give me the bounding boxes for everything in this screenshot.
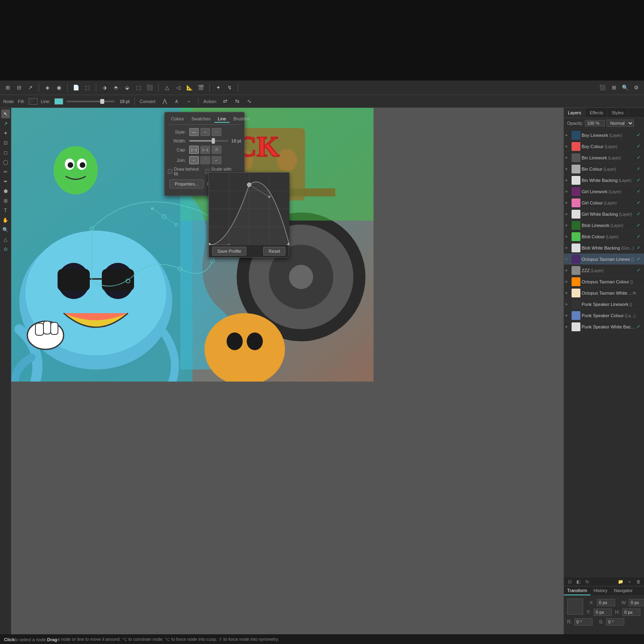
layer-item[interactable]: ▶Girl White Backing (Layer)✓ <box>564 208 644 220</box>
tool-transform[interactable]: ✦ <box>1 129 10 138</box>
share-icon[interactable]: ↗ <box>26 83 35 92</box>
align4-icon[interactable]: ⬚ <box>134 83 143 92</box>
b-tab-transform[interactable]: Transform <box>564 586 590 595</box>
layer-expand-icon[interactable]: ▶ <box>566 268 570 272</box>
layer-visibility-icon[interactable]: ✓ <box>637 166 642 171</box>
layer-visibility-icon[interactable]: ✓ <box>637 234 642 239</box>
layers-group-btn[interactable]: ⊡ <box>566 578 574 585</box>
convert-btn2[interactable]: ∧ <box>172 97 181 106</box>
tool-text[interactable]: T <box>1 206 10 215</box>
layer-item[interactable]: ▶Bin White Backing (Layer)✓ <box>564 175 644 186</box>
prefs-icon[interactable]: ⚙ <box>632 83 641 92</box>
export-icon[interactable]: 📄 <box>72 83 80 92</box>
style-dot-btn[interactable]: ⋯ <box>212 128 221 136</box>
line-color-preview[interactable] <box>54 98 63 105</box>
convert-btn1[interactable]: ⋀ <box>160 97 169 106</box>
join-bevel-btn[interactable]: ⌐ <box>212 156 221 164</box>
tool-rect[interactable]: ◻ <box>1 148 10 157</box>
layer-expand-icon[interactable]: ▶ <box>566 235 570 238</box>
layer-item[interactable]: ▶Girl Linework (Layer)✓ <box>564 186 644 197</box>
tool-select[interactable]: ↖ <box>1 109 10 118</box>
tool-grid[interactable]: ⊞ <box>1 196 10 205</box>
align-icon[interactable]: ⬗ <box>100 83 109 92</box>
b-tab-navigator[interactable]: Navigator <box>611 586 636 595</box>
tool-crop[interactable]: ⊡ <box>1 138 10 147</box>
align3-icon[interactable]: ⬙ <box>123 83 132 92</box>
tab-swatches[interactable]: Swatches <box>188 116 214 123</box>
layer-item[interactable]: ▶Punk Speaker Colour (La...) <box>564 310 644 321</box>
layer-expand-icon[interactable]: ▶ <box>566 223 570 227</box>
layer-visibility-icon[interactable]: ✓ <box>637 155 642 160</box>
layer-expand-icon[interactable]: ▶ <box>566 156 570 159</box>
layers-mask-btn[interactable]: ◧ <box>574 578 582 585</box>
tool-gradient[interactable]: △ <box>1 235 10 244</box>
x-input[interactable] <box>597 599 615 606</box>
tab-brushes[interactable]: Brushes <box>230 116 253 123</box>
layer-item[interactable]: ▶Boy Colour (Layer)✓ <box>564 141 644 152</box>
layer-expand-icon[interactable]: ▶ <box>566 325 570 328</box>
fill-preview[interactable] <box>29 98 37 105</box>
b-tab-history[interactable]: History <box>590 586 611 595</box>
layer-item[interactable]: ▶Bin Linework (Layer)✓ <box>564 152 644 163</box>
pixel-icon[interactable]: ⬛ <box>598 83 607 92</box>
layer-visibility-icon[interactable]: ✓ <box>637 211 642 217</box>
join-round-btn[interactable]: ⌒ <box>200 156 210 164</box>
layer-visibility-icon[interactable]: ✓ <box>637 132 642 138</box>
join-miter-btn[interactable]: ⌐ <box>189 156 199 164</box>
layer-expand-icon[interactable]: ▶ <box>566 190 570 193</box>
layer-item[interactable]: ▶Octopus Taxman Colour () <box>564 276 644 287</box>
action-btn3[interactable]: ∿ <box>245 97 254 106</box>
layer-expand-icon[interactable]: ▶ <box>566 133 570 137</box>
layer-visibility-icon[interactable]: ✓ <box>637 144 642 149</box>
s-input[interactable] <box>606 618 624 625</box>
style-solid-btn[interactable]: — <box>189 128 199 136</box>
symbol-icon[interactable]: ◉ <box>54 83 63 92</box>
layer-expand-icon[interactable]: ▶ <box>566 314 570 317</box>
tool-node[interactable]: ↗ <box>1 119 10 128</box>
line-width-slider[interactable] <box>66 101 115 102</box>
cap-flat-btn[interactable]: |—| <box>189 146 199 154</box>
artboard-icon[interactable]: 🎬 <box>196 83 205 92</box>
layer-visibility-icon[interactable]: ✓ <box>637 256 642 262</box>
layer-expand-icon[interactable]: ▶ <box>566 280 570 283</box>
layer-visibility-icon[interactable]: ✓ <box>637 245 642 250</box>
layer-expand-icon[interactable]: ▶ <box>566 212 570 216</box>
properties-btn[interactable]: Properties... <box>169 180 204 188</box>
style-dash-btn[interactable]: ╌ <box>200 128 210 136</box>
layer-item[interactable]: ▶Punk Speaker Linework () <box>564 299 644 310</box>
align5-icon[interactable]: ⬛ <box>145 83 154 92</box>
layer-item[interactable]: ▶Blob White Backing (Gro...)✓ <box>564 242 644 254</box>
w-input[interactable] <box>629 599 644 606</box>
width-slider[interactable] <box>189 140 228 142</box>
r-tab-effects[interactable]: Effects <box>586 108 607 118</box>
action-btn1[interactable]: ⇄ <box>221 97 230 106</box>
layer-item[interactable]: ▶Girl Colour (Layer)✓ <box>564 197 644 208</box>
reset-btn[interactable]: Reset <box>263 247 285 256</box>
r-input[interactable] <box>574 618 592 625</box>
tab-line[interactable]: Line <box>215 116 229 123</box>
y-input[interactable] <box>594 609 612 616</box>
tool-zoom-canvas[interactable]: 🔍 <box>1 225 10 234</box>
layer-expand-icon[interactable]: ▶ <box>566 178 570 182</box>
layer-item[interactable]: ▶Octopus Taxman Linewo ()✓ <box>564 254 644 265</box>
tool-hand[interactable]: ✋ <box>1 216 10 225</box>
pressure-curve-canvas[interactable] <box>209 173 289 245</box>
zoom-icon[interactable]: 🔍 <box>621 83 630 92</box>
layer-expand-icon[interactable]: ▶ <box>566 302 570 306</box>
tool-ellipse[interactable]: ◯ <box>1 158 10 167</box>
layer-visibility-icon[interactable]: ✓ <box>637 200 642 205</box>
r-tab-layers[interactable]: Layers <box>564 108 586 118</box>
convert-btn3[interactable]: ⌢ <box>184 97 193 106</box>
layer-item[interactable]: ▶Blob Colour (Layer)✓ <box>564 231 644 242</box>
pen-icon[interactable]: ↯ <box>225 83 234 92</box>
layer-visibility-icon[interactable]: ✓ <box>637 268 642 273</box>
layers-delete-btn[interactable]: 🗑 <box>634 578 642 585</box>
tool-node-icon[interactable]: ⊞ <box>3 83 12 92</box>
layer-item[interactable]: ▶Boy Linework (Layer)✓ <box>564 130 644 141</box>
view-icon[interactable]: ⊞ <box>609 83 618 92</box>
layer-expand-icon[interactable]: ▶ <box>566 201 570 204</box>
layer-item[interactable]: ▶Bin Colour (Layer)✓ <box>564 163 644 175</box>
layer-item[interactable]: ▶Punk Speaker White Back ()✓ <box>564 321 644 332</box>
r-tab-styles[interactable]: Styles <box>607 108 628 118</box>
h-input[interactable] <box>622 609 640 616</box>
